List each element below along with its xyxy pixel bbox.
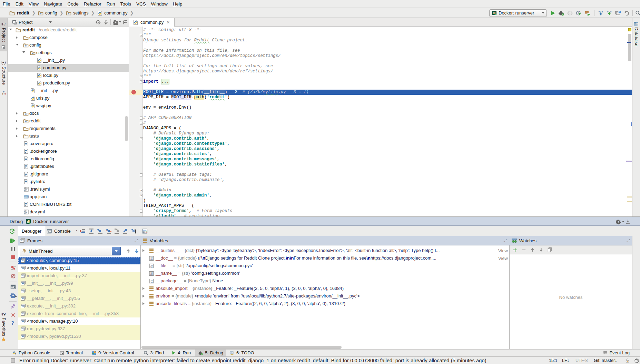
svg-text:JSON: JSON: [24, 196, 29, 198]
svg-text:59: 59: [150, 274, 152, 276]
svg-text:59: 59: [150, 266, 152, 268]
svg-text:VCS: VCS: [598, 10, 603, 13]
svg-text:59: 59: [150, 259, 152, 261]
svg-text:59: 59: [150, 281, 152, 283]
